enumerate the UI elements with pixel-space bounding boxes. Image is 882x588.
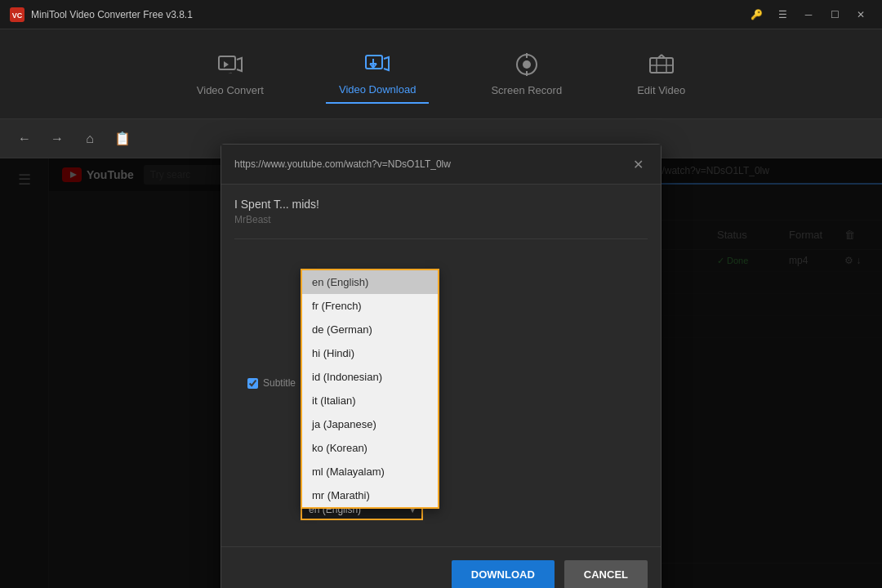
dialog-footer: DOWNLOAD CANCEL xyxy=(221,546,661,588)
dialog-body: I Spent T... mids! MrBeast Subtitle en (… xyxy=(221,185,661,540)
tab-video-convert-label: Video Convert xyxy=(197,84,264,96)
dropdown-item-it[interactable]: it (Italian) xyxy=(302,389,438,412)
download-button[interactable]: DOWNLOAD xyxy=(452,560,555,588)
main-content: ☰ YouTube Try searc xyxy=(0,158,882,588)
dropdown-item-de[interactable]: de (German) xyxy=(302,318,438,341)
tab-edit-video-label: Edit Video xyxy=(637,84,685,96)
home-button[interactable]: ⌂ xyxy=(78,127,101,150)
svg-text:VC: VC xyxy=(12,11,23,20)
dropdown-item-en[interactable]: en (English) xyxy=(302,270,438,294)
subtitle-text: Subtitle xyxy=(263,377,296,389)
history-button[interactable]: 📋 xyxy=(111,127,134,150)
subtitle-checkbox-dialog[interactable] xyxy=(247,378,258,389)
tab-video-download[interactable]: Video Download xyxy=(326,44,429,104)
app-icon: VC xyxy=(10,7,24,22)
dialog-video-title: I Spent T... mids! xyxy=(234,198,648,211)
subtitle-section: Subtitle en (English) fr (French) de (Ge… xyxy=(234,238,648,527)
cancel-button[interactable]: CANCEL xyxy=(564,560,648,588)
dialog-video-subtitle: mids! xyxy=(292,198,319,211)
language-dropdown-list[interactable]: en (English) fr (French) de (German) hi … xyxy=(301,269,439,509)
app-title: MiniTool Video Converter Free v3.8.1 xyxy=(31,9,745,20)
dialog-header: https://www.youtube.com/watch?v=NDsO1LT_… xyxy=(221,145,661,185)
language-dropdown-container: en (English) fr (French) de (German) hi … xyxy=(301,246,423,520)
nav-tabs: → Video Convert Video Download Screen Re… xyxy=(0,29,882,119)
tab-video-download-label: Video Download xyxy=(339,83,416,96)
dialog-close-button[interactable]: ✕ xyxy=(628,154,648,174)
maximize-button[interactable]: ☐ xyxy=(823,7,846,23)
titlebar: VC MiniTool Video Converter Free v3.8.1 … xyxy=(0,0,882,29)
subtitle-label: Subtitle en (English) fr (French) de (Ge… xyxy=(247,246,635,520)
tab-screen-record[interactable]: Screen Record xyxy=(478,45,575,103)
svg-text:→: → xyxy=(228,70,233,75)
dropdown-item-ja[interactable]: ja (Japanese) xyxy=(302,412,438,436)
dropdown-item-fr[interactable]: fr (French) xyxy=(302,294,438,318)
window-controls: 🔑 ☰ ─ ☐ ✕ xyxy=(745,7,872,23)
dropdown-item-id[interactable]: id (Indonesian) xyxy=(302,365,438,389)
menu-icon[interactable]: ☰ xyxy=(771,7,794,23)
dropdown-item-hi[interactable]: hi (Hindi) xyxy=(302,341,438,365)
dialog: https://www.youtube.com/watch?v=NDsO1LT_… xyxy=(220,144,662,588)
svg-rect-2 xyxy=(219,56,235,69)
tab-screen-record-label: Screen Record xyxy=(491,84,562,96)
forward-button[interactable]: → xyxy=(46,127,69,150)
tab-edit-video[interactable]: Edit Video xyxy=(624,45,698,103)
tab-video-convert[interactable]: → Video Convert xyxy=(184,45,277,103)
dialog-url: https://www.youtube.com/watch?v=NDsO1LT_… xyxy=(234,158,628,170)
dialog-video-author: MrBeast xyxy=(234,214,648,225)
back-button[interactable]: ← xyxy=(13,127,36,150)
dropdown-item-ko[interactable]: ko (Korean) xyxy=(302,436,438,460)
key-icon[interactable]: 🔑 xyxy=(745,7,768,23)
close-button[interactable]: ✕ xyxy=(849,7,872,23)
dropdown-item-mr[interactable]: mr (Marathi) xyxy=(302,483,438,507)
minimize-button[interactable]: ─ xyxy=(797,7,820,23)
dialog-overlay: https://www.youtube.com/watch?v=NDsO1LT_… xyxy=(0,158,882,588)
svg-point-8 xyxy=(523,60,531,69)
dropdown-item-ml[interactable]: ml (Malayalam) xyxy=(302,460,438,483)
